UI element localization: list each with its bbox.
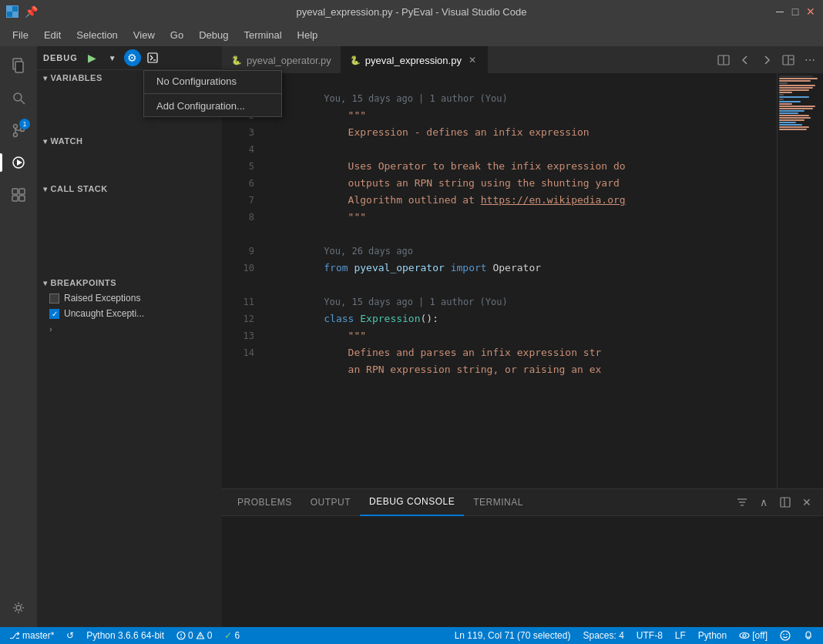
line-num-9: 9 [222, 243, 254, 260]
panel-tab-debug-console[interactable]: DEBUG CONSOLE [360, 489, 464, 516]
panel-content [222, 516, 823, 627]
pin-icon[interactable]: 📌 [25, 5, 38, 18]
run-button[interactable]: ▶ [84, 49, 101, 66]
watch-header[interactable]: ▾ WATCH [37, 133, 222, 149]
menu-edit[interactable]: Edit [38, 26, 67, 44]
panel-tab-terminal[interactable]: TERMINAL [464, 489, 532, 516]
status-checks[interactable]: ✓ 6 [221, 627, 243, 644]
title-bar-left: 📌 [6, 5, 38, 18]
debug-label: DEBUG [43, 53, 78, 62]
terminal-button[interactable] [144, 49, 161, 66]
raised-exceptions-checkbox[interactable] [49, 293, 59, 304]
maximize-button[interactable]: □ [789, 5, 801, 18]
menu-view[interactable]: View [127, 26, 161, 44]
menu-go[interactable]: Go [164, 26, 190, 44]
panel-maximize-icon[interactable] [775, 492, 795, 512]
status-encoding[interactable]: UTF-8 [633, 627, 666, 644]
code-class-paren: (): [421, 313, 438, 324]
status-sync[interactable]: ↺ [63, 627, 77, 644]
settings-activity-icon[interactable] [5, 595, 32, 621]
uncaught-exceptions-checkbox[interactable]: ✓ [49, 309, 59, 319]
breakpoints-chevron: ▾ [43, 279, 48, 287]
line-numbers: 1 2 3 4 5 6 7 8 9 10 11 12 13 14 [222, 73, 260, 488]
tab-pyeval-operator[interactable]: 🐍 pyeval_operator.py [222, 46, 341, 73]
panel-close-icon[interactable]: ✕ [797, 492, 817, 512]
menu-help[interactable]: Help [291, 26, 324, 44]
status-position[interactable]: Ln 119, Col 71 (70 selected) [452, 627, 574, 644]
svg-rect-3 [7, 12, 12, 17]
breakpoints-section: ▾ BREAKPOINTS Raised Exceptions ✓ Uncaug… [37, 275, 222, 337]
tab-navigate-back[interactable] [735, 50, 755, 70]
bottom-panel: PROBLEMS OUTPUT DEBUG CONSOLE TERMINAL ∧… [222, 488, 823, 627]
code-string-5: outputs an RPN string using the shunting… [324, 177, 620, 189]
svg-rect-17 [19, 196, 25, 201]
menu-file[interactable]: File [6, 26, 35, 44]
tab-split-left[interactable] [714, 50, 734, 70]
line-num-4: 4 [222, 141, 254, 158]
tab-more-actions[interactable]: ⋯ [800, 50, 820, 70]
line-num-3: 3 [222, 124, 254, 141]
more-indicator[interactable]: › [37, 321, 222, 337]
debug-activity-icon[interactable] [5, 149, 32, 176]
status-branch[interactable]: ⎇ master* [6, 627, 57, 644]
code-string-7: """ [324, 211, 366, 223]
code-class-kw: class [324, 313, 360, 324]
menu-debug[interactable]: Debug [193, 26, 234, 44]
code-editor: 1 2 3 4 5 6 7 8 9 10 11 12 13 14 Y [222, 73, 823, 488]
svg-rect-1 [12, 12, 18, 17]
source-control-badge: 1 [19, 119, 30, 129]
add-configuration-item[interactable]: Add Configuration... [144, 96, 281, 116]
gear-button[interactable]: ⚙ [124, 49, 141, 66]
menu-selection[interactable]: Selection [70, 26, 123, 44]
breakpoints-header[interactable]: ▾ BREAKPOINTS [37, 275, 222, 290]
status-smiley[interactable] [777, 627, 794, 644]
status-language[interactable]: Python [695, 627, 730, 644]
status-eye[interactable]: [off] [736, 627, 771, 644]
line-num-8: 8 [222, 209, 254, 226]
no-configurations-item[interactable]: No Configurations [144, 71, 281, 92]
explorer-activity-icon[interactable] [5, 52, 32, 79]
branch-name: master* [22, 630, 54, 641]
source-control-activity-icon[interactable]: 1 [5, 117, 32, 143]
status-line-ending[interactable]: LF [672, 627, 689, 644]
code-content[interactable]: You, 15 days ago | 1 author (You) """ Ex… [260, 73, 777, 488]
tab-pyeval-expression[interactable]: 🐍 pyeval_expression.py ✕ [341, 46, 488, 73]
code-docstring-13: Defines and parses an infix expression s… [324, 347, 601, 358]
svg-point-39 [783, 634, 784, 636]
search-activity-icon[interactable] [5, 85, 32, 111]
sync-icon: ↺ [66, 630, 74, 641]
status-bell[interactable] [800, 627, 817, 644]
tab-close-button[interactable]: ✕ [466, 54, 479, 66]
svg-point-6 [14, 93, 22, 101]
tab-navigate-forward[interactable] [757, 50, 777, 70]
menu-terminal[interactable]: Terminal [237, 26, 287, 44]
off-label: [off] [752, 630, 768, 641]
svg-rect-16 [12, 196, 18, 201]
minimize-button[interactable]: ─ [774, 5, 786, 18]
code-link-6[interactable]: https://en.wikipedia.org [481, 194, 626, 206]
status-spaces[interactable]: Spaces: 4 [579, 627, 626, 644]
panel-filter-icon[interactable] [732, 492, 752, 512]
blame-text-1: You, 15 days ago | 1 author (You) [324, 93, 507, 104]
status-errors[interactable]: 0 0 [173, 627, 215, 644]
tab-bar-actions: ⋯ [714, 50, 823, 73]
callstack-header[interactable]: ▾ CALL STACK [37, 181, 222, 196]
vscode-icon [6, 5, 18, 18]
code-string-4: Uses Operator to break the infix express… [324, 160, 625, 172]
branch-icon: ⎇ [9, 630, 20, 641]
variables-label: VARIABLES [51, 73, 102, 82]
code-string-2: Expression - defines an infix expression [324, 126, 589, 138]
close-button[interactable]: ✕ [805, 5, 817, 18]
status-python[interactable]: Python 3.6.6 64-bit [83, 627, 167, 644]
status-bar: ⎇ master* ↺ Python 3.6.6 64-bit 0 0 ✓ 6 … [0, 627, 823, 644]
panel-tab-output[interactable]: OUTPUT [301, 489, 360, 516]
panel-tab-problems[interactable]: PROBLEMS [228, 489, 301, 516]
line-num-blank3 [222, 277, 254, 293]
dropdown-arrow[interactable]: ▼ [104, 49, 121, 66]
tab-split-editor[interactable] [778, 50, 798, 70]
panel-collapse-icon[interactable]: ∧ [754, 492, 774, 512]
minimap [777, 73, 823, 488]
extensions-activity-icon[interactable] [5, 182, 32, 208]
svg-rect-29 [781, 498, 790, 507]
editor-area: 🐍 pyeval_operator.py 🐍 pyeval_expression… [222, 46, 823, 627]
